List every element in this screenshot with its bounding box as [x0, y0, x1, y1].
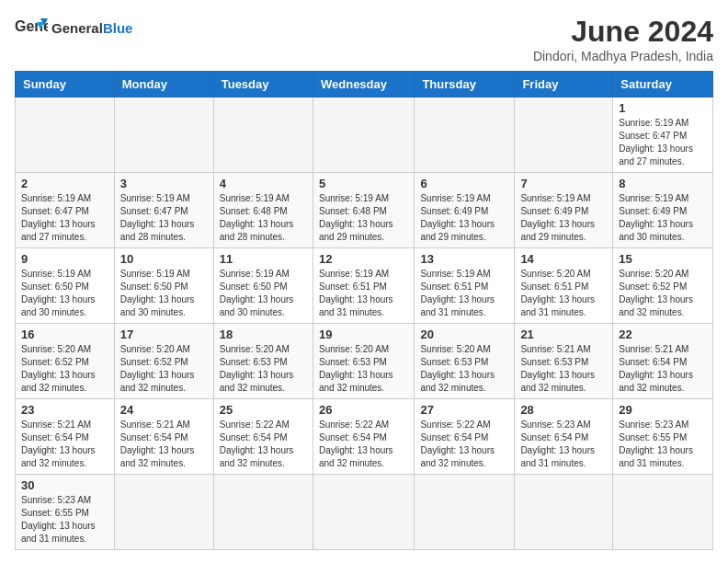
calendar-cell: 29Sunrise: 5:23 AM Sunset: 6:55 PM Dayli… — [613, 399, 713, 475]
day-number: 18 — [220, 327, 307, 341]
day-info: Sunrise: 5:22 AM Sunset: 6:54 PM Dayligh… — [420, 419, 508, 470]
day-number: 25 — [220, 403, 307, 417]
day-info: Sunrise: 5:19 AM Sunset: 6:50 PM Dayligh… — [120, 268, 208, 319]
calendar-cell — [16, 98, 115, 173]
calendar-cell: 13Sunrise: 5:19 AM Sunset: 6:51 PM Dayli… — [415, 248, 515, 324]
title-section: June 2024 Dindori, Madhya Pradesh, India — [533, 15, 713, 63]
calendar-cell — [415, 475, 515, 550]
day-info: Sunrise: 5:22 AM Sunset: 6:54 PM Dayligh… — [319, 419, 408, 470]
location-subtitle: Dindori, Madhya Pradesh, India — [533, 49, 713, 63]
day-info: Sunrise: 5:20 AM Sunset: 6:53 PM Dayligh… — [220, 343, 307, 395]
day-number: 7 — [520, 177, 607, 190]
calendar-week-row: 30Sunrise: 5:23 AM Sunset: 6:55 PM Dayli… — [16, 475, 713, 550]
calendar-cell: 4Sunrise: 5:19 AM Sunset: 6:48 PM Daylig… — [213, 173, 313, 248]
calendar-cell — [613, 475, 713, 550]
logo-text: GeneralBlue — [51, 21, 132, 35]
calendar-cell: 23Sunrise: 5:21 AM Sunset: 6:54 PM Dayli… — [16, 399, 115, 475]
calendar-cell: 28Sunrise: 5:23 AM Sunset: 6:54 PM Dayli… — [515, 399, 613, 475]
day-number: 12 — [319, 252, 408, 266]
day-number: 2 — [21, 177, 108, 190]
day-number: 4 — [220, 177, 307, 190]
calendar-cell — [313, 98, 414, 173]
calendar-cell: 6Sunrise: 5:19 AM Sunset: 6:49 PM Daylig… — [415, 173, 515, 248]
day-number: 21 — [520, 327, 607, 341]
day-number: 24 — [120, 403, 208, 417]
day-header-wednesday: Wednesday — [313, 72, 414, 98]
day-header-sunday: Sunday — [16, 72, 115, 98]
day-number: 6 — [420, 177, 508, 190]
calendar-cell — [213, 98, 313, 173]
day-number: 22 — [619, 327, 707, 341]
calendar-cell: 17Sunrise: 5:20 AM Sunset: 6:52 PM Dayli… — [114, 324, 213, 399]
calendar-cell: 19Sunrise: 5:20 AM Sunset: 6:53 PM Dayli… — [313, 324, 414, 399]
day-info: Sunrise: 5:20 AM Sunset: 6:52 PM Dayligh… — [120, 343, 208, 395]
day-info: Sunrise: 5:20 AM Sunset: 6:52 PM Dayligh… — [21, 343, 108, 395]
day-number: 19 — [319, 327, 408, 341]
day-info: Sunrise: 5:23 AM Sunset: 6:54 PM Dayligh… — [520, 419, 607, 470]
day-number: 3 — [120, 177, 208, 190]
calendar-cell: 9Sunrise: 5:19 AM Sunset: 6:50 PM Daylig… — [16, 248, 115, 324]
day-number: 5 — [319, 177, 408, 190]
calendar-cell: 1Sunrise: 5:19 AM Sunset: 6:47 PM Daylig… — [613, 98, 713, 173]
day-header-thursday: Thursday — [415, 72, 515, 98]
day-info: Sunrise: 5:19 AM Sunset: 6:50 PM Dayligh… — [220, 268, 307, 319]
day-info: Sunrise: 5:20 AM Sunset: 6:51 PM Dayligh… — [520, 268, 607, 319]
calendar-week-row: 16Sunrise: 5:20 AM Sunset: 6:52 PM Dayli… — [16, 324, 713, 399]
day-number: 1 — [619, 101, 707, 115]
calendar-week-row: 23Sunrise: 5:21 AM Sunset: 6:54 PM Dayli… — [16, 399, 713, 475]
day-info: Sunrise: 5:19 AM Sunset: 6:49 PM Dayligh… — [520, 192, 607, 244]
day-info: Sunrise: 5:19 AM Sunset: 6:50 PM Dayligh… — [21, 268, 108, 319]
day-info: Sunrise: 5:23 AM Sunset: 6:55 PM Dayligh… — [619, 419, 707, 470]
calendar-cell — [313, 475, 414, 550]
day-number: 15 — [619, 252, 707, 266]
day-number: 17 — [120, 327, 208, 341]
logo: General GeneralBlue — [15, 15, 132, 40]
calendar-week-row: 1Sunrise: 5:19 AM Sunset: 6:47 PM Daylig… — [16, 98, 713, 173]
day-number: 10 — [120, 252, 208, 266]
calendar-cell: 27Sunrise: 5:22 AM Sunset: 6:54 PM Dayli… — [415, 399, 515, 475]
day-info: Sunrise: 5:21 AM Sunset: 6:53 PM Dayligh… — [520, 343, 607, 395]
calendar-cell: 5Sunrise: 5:19 AM Sunset: 6:48 PM Daylig… — [313, 173, 414, 248]
day-info: Sunrise: 5:21 AM Sunset: 6:54 PM Dayligh… — [21, 419, 108, 470]
day-info: Sunrise: 5:22 AM Sunset: 6:54 PM Dayligh… — [220, 419, 307, 470]
calendar-cell: 10Sunrise: 5:19 AM Sunset: 6:50 PM Dayli… — [114, 248, 213, 324]
calendar-cell: 22Sunrise: 5:21 AM Sunset: 6:54 PM Dayli… — [613, 324, 713, 399]
calendar-cell: 24Sunrise: 5:21 AM Sunset: 6:54 PM Dayli… — [114, 399, 213, 475]
calendar-cell: 11Sunrise: 5:19 AM Sunset: 6:50 PM Dayli… — [213, 248, 313, 324]
calendar-cell: 25Sunrise: 5:22 AM Sunset: 6:54 PM Dayli… — [213, 399, 313, 475]
day-number: 8 — [619, 177, 707, 190]
calendar-cell: 30Sunrise: 5:23 AM Sunset: 6:55 PM Dayli… — [16, 475, 115, 550]
calendar-cell — [515, 475, 613, 550]
day-number: 14 — [520, 252, 607, 266]
calendar-cell: 26Sunrise: 5:22 AM Sunset: 6:54 PM Dayli… — [313, 399, 414, 475]
calendar-cell: 2Sunrise: 5:19 AM Sunset: 6:47 PM Daylig… — [16, 173, 115, 248]
day-number: 29 — [619, 403, 707, 417]
calendar-cell: 20Sunrise: 5:20 AM Sunset: 6:53 PM Dayli… — [415, 324, 515, 399]
day-number: 13 — [420, 252, 508, 266]
logo-icon: General — [15, 15, 48, 40]
page-header: General GeneralBlue June 2024 Dindori, M… — [15, 15, 713, 63]
calendar-cell: 21Sunrise: 5:21 AM Sunset: 6:53 PM Dayli… — [515, 324, 613, 399]
calendar-cell: 15Sunrise: 5:20 AM Sunset: 6:52 PM Dayli… — [613, 248, 713, 324]
day-info: Sunrise: 5:19 AM Sunset: 6:49 PM Dayligh… — [420, 192, 508, 244]
day-info: Sunrise: 5:19 AM Sunset: 6:47 PM Dayligh… — [21, 192, 108, 244]
day-number: 23 — [21, 403, 108, 417]
day-header-saturday: Saturday — [613, 72, 713, 98]
day-number: 27 — [420, 403, 508, 417]
calendar-cell: 7Sunrise: 5:19 AM Sunset: 6:49 PM Daylig… — [515, 173, 613, 248]
day-number: 26 — [319, 403, 408, 417]
day-number: 20 — [420, 327, 508, 341]
calendar-cell: 16Sunrise: 5:20 AM Sunset: 6:52 PM Dayli… — [16, 324, 115, 399]
calendar-cell: 14Sunrise: 5:20 AM Sunset: 6:51 PM Dayli… — [515, 248, 613, 324]
calendar-cell — [114, 475, 213, 550]
calendar-week-row: 9Sunrise: 5:19 AM Sunset: 6:50 PM Daylig… — [16, 248, 713, 324]
month-year-title: June 2024 — [533, 15, 713, 49]
calendar-cell: 8Sunrise: 5:19 AM Sunset: 6:49 PM Daylig… — [613, 173, 713, 248]
calendar-header-row: SundayMondayTuesdayWednesdayThursdayFrid… — [16, 72, 713, 98]
calendar-cell — [213, 475, 313, 550]
day-info: Sunrise: 5:20 AM Sunset: 6:53 PM Dayligh… — [319, 343, 408, 395]
calendar-body: 1Sunrise: 5:19 AM Sunset: 6:47 PM Daylig… — [16, 98, 713, 550]
day-info: Sunrise: 5:19 AM Sunset: 6:48 PM Dayligh… — [220, 192, 307, 244]
calendar-week-row: 2Sunrise: 5:19 AM Sunset: 6:47 PM Daylig… — [16, 173, 713, 248]
day-number: 9 — [21, 252, 108, 266]
